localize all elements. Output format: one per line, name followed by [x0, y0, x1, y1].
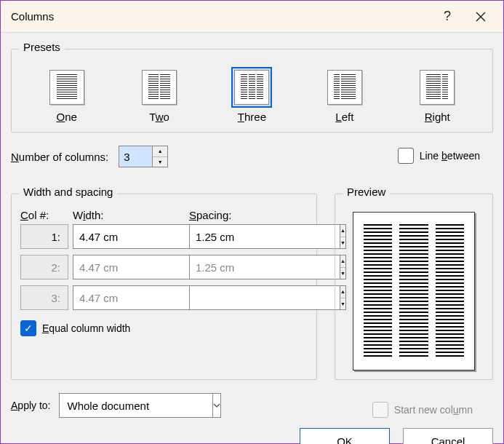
dialog-body: Presets One Two [1, 33, 503, 428]
preset-left-icon [327, 70, 362, 105]
header-col: Col #: [20, 209, 68, 221]
width-2-spinner: ▲▼ [73, 255, 185, 280]
preview-col-3 [436, 224, 464, 358]
equal-width-checkbox[interactable] [20, 320, 36, 336]
close-button[interactable] [464, 1, 497, 33]
line-between-checkbox[interactable] [398, 148, 414, 164]
ws-row-1: 1: ▲▼ ▲▼ [20, 224, 308, 249]
preset-one[interactable]: One [34, 70, 100, 123]
columns-dialog: Columns ? Presets One [0, 0, 504, 444]
preset-two-label: Two [149, 111, 169, 123]
preset-left[interactable]: Left [312, 70, 377, 123]
num-columns-up[interactable]: ▲ [153, 146, 167, 157]
preset-left-label: Left [335, 111, 353, 123]
help-button[interactable]: ? [431, 1, 464, 33]
col-cell-1: 1: [20, 224, 68, 249]
preset-three[interactable]: Three [219, 70, 284, 123]
titlebar: Columns ? [1, 1, 503, 33]
presets-group-label: Presets [19, 41, 65, 53]
spacing-2-spinner: ▲▼ [189, 255, 291, 280]
presets-group: Presets One Two [11, 49, 493, 132]
preset-right[interactable]: Right [404, 70, 470, 123]
start-new-column-checkbox [372, 402, 388, 418]
start-new-column-label: Start new column [394, 404, 473, 416]
width-spacing-label: Width and spacing [19, 186, 117, 198]
num-columns-down[interactable]: ▼ [153, 157, 167, 167]
preset-one-label: One [57, 111, 77, 123]
dialog-title: Columns [11, 10, 431, 23]
header-spacing: Spacing: [189, 209, 291, 221]
preview-page [353, 212, 475, 370]
col-cell-3: 3: [20, 285, 68, 310]
preset-one-icon [49, 70, 84, 105]
width-spacing-group: Width and spacing Col #: Width: Spacing:… [11, 194, 317, 380]
close-icon [476, 12, 486, 22]
spacing-1-input[interactable] [189, 224, 340, 249]
preset-right-label: Right [425, 111, 450, 123]
preview-label: Preview [343, 186, 390, 198]
preset-right-icon [420, 70, 455, 105]
chevron-down-icon [213, 403, 220, 408]
cancel-button[interactable]: Cancel [403, 428, 493, 444]
preset-three-icon [234, 70, 269, 105]
presets-row: One Two Three [20, 64, 484, 123]
dialog-footer: OK Cancel [1, 428, 503, 444]
ws-row-2: 2: ▲▼ ▲▼ [20, 255, 308, 280]
num-columns-input[interactable] [119, 146, 152, 167]
apply-to-dropdown-button[interactable] [212, 393, 221, 418]
spacing-2-input [189, 255, 340, 280]
line-between-label: Line between [420, 150, 480, 162]
num-columns-label: Number of columns: [11, 151, 108, 163]
width-1-spinner[interactable]: ▲▼ [73, 224, 185, 249]
spacing-1-spinner[interactable]: ▲▼ [189, 224, 291, 249]
col-cell-2: 2: [20, 255, 68, 280]
ws-row-3: 3: ▲▼ ▲▼ [20, 285, 308, 310]
line-between-row[interactable]: Line between [398, 148, 480, 164]
equal-width-row[interactable]: Equal column width [20, 320, 308, 336]
ok-button[interactable]: OK [300, 428, 390, 444]
apply-to-input[interactable] [59, 393, 212, 418]
preview-col-2 [399, 224, 428, 358]
apply-to-combo[interactable] [59, 393, 213, 418]
preset-two-icon [142, 70, 177, 105]
preset-three-label: Three [238, 111, 266, 123]
preset-two[interactable]: Two [127, 70, 192, 123]
width-3-spinner: ▲▼ [73, 285, 185, 310]
num-columns-spinner[interactable]: ▲ ▼ [119, 146, 168, 167]
apply-to-label: Apply to: [11, 400, 50, 411]
header-width: Width: [73, 209, 185, 221]
start-new-column-row: Start new column [372, 402, 473, 418]
spacing-3-input [189, 285, 340, 310]
equal-width-label: Equal column width [42, 322, 130, 334]
spacing-3-spinner: ▲▼ [189, 285, 291, 310]
preview-col-1 [364, 224, 392, 358]
preview-group: Preview [335, 194, 493, 380]
